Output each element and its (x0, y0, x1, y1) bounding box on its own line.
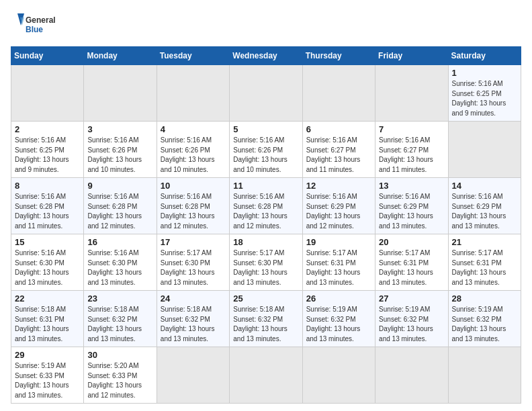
day-info: Sunrise: 5:17 AMSunset: 6:30 PMDaylight:… (161, 248, 226, 287)
calendar-cell: 9Sunrise: 5:16 AMSunset: 6:28 PMDaylight… (84, 178, 157, 234)
calendar-cell: 23Sunrise: 5:18 AMSunset: 6:32 PMDayligh… (84, 291, 157, 347)
calendar-cell: 16Sunrise: 5:16 AMSunset: 6:30 PMDayligh… (84, 234, 157, 291)
day-info: Sunrise: 5:16 AMSunset: 6:30 PMDaylight:… (15, 248, 80, 287)
calendar-cell: 30Sunrise: 5:20 AMSunset: 6:33 PMDayligh… (84, 347, 157, 404)
svg-text:Blue: Blue (26, 25, 43, 34)
calendar-cell (157, 65, 229, 122)
calendar-cell: 1Sunrise: 5:16 AMSunset: 6:25 PMDaylight… (448, 65, 521, 122)
day-number: 22 (15, 293, 80, 304)
day-number: 28 (452, 293, 517, 304)
calendar-cell: 19Sunrise: 5:17 AMSunset: 6:31 PMDayligh… (302, 234, 375, 291)
svg-text:General: General (26, 15, 56, 25)
day-number: 9 (87, 181, 152, 191)
calendar-week-row: 22Sunrise: 5:18 AMSunset: 6:31 PMDayligh… (11, 291, 521, 347)
day-info: Sunrise: 5:17 AMSunset: 6:30 PMDaylight:… (233, 248, 298, 287)
day-number: 15 (15, 237, 80, 247)
calendar-week-row: 15Sunrise: 5:16 AMSunset: 6:30 PMDayligh… (11, 234, 521, 291)
day-number: 14 (452, 181, 517, 191)
day-info: Sunrise: 5:16 AMSunset: 6:29 PMDaylight:… (452, 192, 517, 231)
calendar-cell (375, 347, 448, 404)
calendar-cell: 2Sunrise: 5:16 AMSunset: 6:25 PMDaylight… (11, 122, 84, 178)
calendar-cell: 21Sunrise: 5:17 AMSunset: 6:31 PMDayligh… (448, 234, 521, 291)
day-number: 13 (379, 181, 444, 191)
day-info: Sunrise: 5:18 AMSunset: 6:32 PMDaylight:… (233, 305, 298, 344)
day-number: 12 (306, 181, 371, 191)
day-number: 30 (87, 350, 152, 360)
calendar-cell: 11Sunrise: 5:16 AMSunset: 6:28 PMDayligh… (230, 178, 302, 234)
day-info: Sunrise: 5:18 AMSunset: 6:32 PMDaylight:… (161, 305, 226, 344)
calendar-cell: 15Sunrise: 5:16 AMSunset: 6:30 PMDayligh… (11, 234, 84, 291)
calendar-cell (302, 347, 375, 404)
calendar-week-row: 29Sunrise: 5:19 AMSunset: 6:33 PMDayligh… (11, 347, 521, 404)
day-info: Sunrise: 5:16 AMSunset: 6:25 PMDaylight:… (452, 79, 517, 118)
day-of-week-header: Wednesday (230, 47, 302, 65)
day-info: Sunrise: 5:19 AMSunset: 6:32 PMDaylight:… (379, 305, 444, 344)
calendar-cell: 8Sunrise: 5:16 AMSunset: 6:28 PMDaylight… (11, 178, 84, 234)
day-number: 4 (161, 124, 226, 134)
calendar-cell: 10Sunrise: 5:16 AMSunset: 6:28 PMDayligh… (157, 178, 229, 234)
calendar-cell (230, 65, 302, 122)
day-number: 16 (87, 237, 152, 247)
calendar-cell: 7Sunrise: 5:16 AMSunset: 6:27 PMDaylight… (375, 122, 448, 178)
calendar-week-row: 8Sunrise: 5:16 AMSunset: 6:28 PMDaylight… (11, 178, 521, 234)
calendar-cell (375, 65, 448, 122)
day-number: 26 (306, 293, 371, 304)
day-number: 19 (306, 237, 371, 247)
day-info: Sunrise: 5:17 AMSunset: 6:31 PMDaylight:… (379, 248, 444, 287)
calendar-cell (157, 347, 229, 404)
calendar-cell: 28Sunrise: 5:19 AMSunset: 6:32 PMDayligh… (448, 291, 521, 347)
calendar-cell: 20Sunrise: 5:17 AMSunset: 6:31 PMDayligh… (375, 234, 448, 291)
calendar-cell: 5Sunrise: 5:16 AMSunset: 6:26 PMDaylight… (230, 122, 302, 178)
day-number: 17 (161, 237, 226, 247)
header: General Blue (11, 11, 521, 41)
calendar-cell: 27Sunrise: 5:19 AMSunset: 6:32 PMDayligh… (375, 291, 448, 347)
day-info: Sunrise: 5:16 AMSunset: 6:28 PMDaylight:… (161, 192, 226, 231)
calendar-cell (84, 65, 157, 122)
day-number: 18 (233, 237, 298, 247)
day-of-week-header: Tuesday (157, 47, 229, 65)
calendar-cell: 3Sunrise: 5:16 AMSunset: 6:26 PMDaylight… (84, 122, 157, 178)
day-number: 10 (161, 181, 226, 191)
day-info: Sunrise: 5:18 AMSunset: 6:32 PMDaylight:… (87, 305, 152, 344)
logo: General Blue (11, 11, 58, 41)
day-info: Sunrise: 5:19 AMSunset: 6:33 PMDaylight:… (15, 361, 80, 400)
calendar-cell: 29Sunrise: 5:19 AMSunset: 6:33 PMDayligh… (11, 347, 84, 404)
day-info: Sunrise: 5:19 AMSunset: 6:32 PMDaylight:… (306, 305, 371, 344)
day-info: Sunrise: 5:16 AMSunset: 6:28 PMDaylight:… (15, 192, 80, 231)
calendar-table: SundayMondayTuesdayWednesdayThursdayFrid… (11, 46, 521, 404)
day-info: Sunrise: 5:16 AMSunset: 6:30 PMDaylight:… (87, 248, 152, 287)
day-info: Sunrise: 5:17 AMSunset: 6:31 PMDaylight:… (452, 248, 517, 287)
calendar-cell (302, 65, 375, 122)
day-info: Sunrise: 5:16 AMSunset: 6:27 PMDaylight:… (379, 136, 444, 175)
calendar-cell: 4Sunrise: 5:16 AMSunset: 6:26 PMDaylight… (157, 122, 229, 178)
day-number: 7 (379, 124, 444, 134)
day-number: 2 (15, 124, 80, 134)
day-of-week-header: Thursday (302, 47, 375, 65)
calendar-cell: 25Sunrise: 5:18 AMSunset: 6:32 PMDayligh… (230, 291, 302, 347)
calendar-cell (448, 347, 521, 404)
day-number: 1 (452, 68, 517, 78)
day-info: Sunrise: 5:16 AMSunset: 6:28 PMDaylight:… (87, 192, 152, 231)
day-number: 29 (15, 350, 80, 360)
calendar-cell (11, 65, 84, 122)
calendar-cell: 26Sunrise: 5:19 AMSunset: 6:32 PMDayligh… (302, 291, 375, 347)
day-number: 6 (306, 124, 371, 134)
day-info: Sunrise: 5:20 AMSunset: 6:33 PMDaylight:… (87, 361, 152, 400)
day-number: 21 (452, 237, 517, 247)
day-info: Sunrise: 5:16 AMSunset: 6:25 PMDaylight:… (15, 136, 80, 175)
day-info: Sunrise: 5:19 AMSunset: 6:32 PMDaylight:… (452, 305, 517, 344)
day-info: Sunrise: 5:16 AMSunset: 6:28 PMDaylight:… (233, 192, 298, 231)
day-number: 27 (379, 293, 444, 304)
day-info: Sunrise: 5:16 AMSunset: 6:27 PMDaylight:… (306, 136, 371, 175)
calendar-cell: 18Sunrise: 5:17 AMSunset: 6:30 PMDayligh… (230, 234, 302, 291)
day-number: 24 (161, 293, 226, 304)
calendar-cell: 17Sunrise: 5:17 AMSunset: 6:30 PMDayligh… (157, 234, 229, 291)
calendar-week-row: 2Sunrise: 5:16 AMSunset: 6:25 PMDaylight… (11, 122, 521, 178)
day-of-week-header: Sunday (11, 47, 84, 65)
day-number: 5 (233, 124, 298, 134)
calendar-cell (230, 347, 302, 404)
day-info: Sunrise: 5:16 AMSunset: 6:26 PMDaylight:… (233, 136, 298, 175)
calendar-cell (448, 122, 521, 178)
calendar-cell: 12Sunrise: 5:16 AMSunset: 6:29 PMDayligh… (302, 178, 375, 234)
day-info: Sunrise: 5:16 AMSunset: 6:29 PMDaylight:… (306, 192, 371, 231)
